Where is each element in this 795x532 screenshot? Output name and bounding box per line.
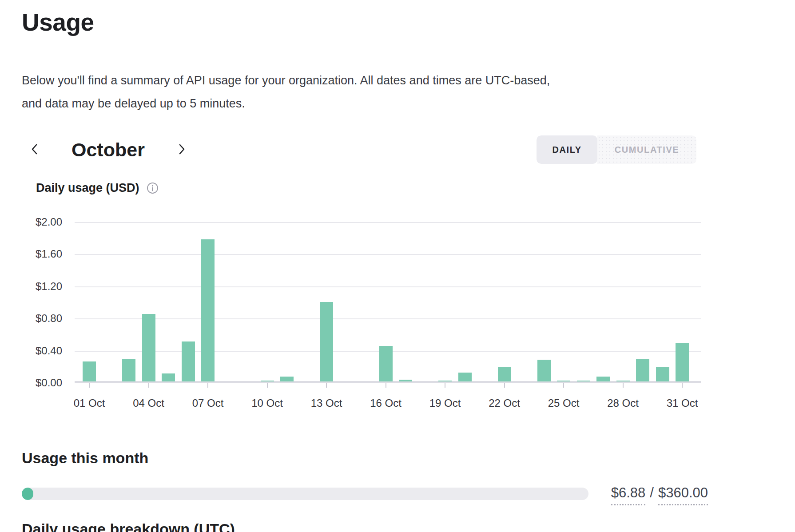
y-axis-label: $0.00 <box>36 377 62 389</box>
usage-separator: / <box>650 485 654 501</box>
daily-tab[interactable]: DAILY <box>537 135 597 164</box>
x-axis-label: 07 Oct <box>192 397 224 409</box>
x-axis-tick <box>267 383 268 388</box>
x-axis-tick <box>445 383 445 388</box>
chart-title: Daily usage (USD) <box>36 181 139 195</box>
bar-05-oct[interactable] <box>162 373 175 381</box>
month-nav-group: October <box>26 135 190 165</box>
bar-17-oct[interactable] <box>399 380 412 381</box>
chevron-left-icon <box>28 142 42 158</box>
bar-29-oct[interactable] <box>636 359 649 381</box>
bar-26-oct[interactable] <box>577 381 590 381</box>
bar-11-oct[interactable] <box>280 377 294 381</box>
cumulative-tab[interactable]: CUMULATIVE <box>597 135 696 164</box>
bar-19-oct[interactable] <box>438 381 452 381</box>
usage-page: Usage Below you'll find a summary of API… <box>0 0 795 532</box>
usage-progress-fill <box>22 488 33 500</box>
x-axis-tick <box>504 383 505 388</box>
x-axis-label: 10 Oct <box>251 397 283 409</box>
chart-header: Daily usage (USD) <box>36 181 159 195</box>
y-axis-label: $1.60 <box>36 248 62 260</box>
bar-06-oct[interactable] <box>182 341 195 382</box>
current-month-label: October <box>72 139 145 161</box>
gridline <box>75 254 701 255</box>
daily-breakdown-heading: Daily usage breakdown (UTC) <box>22 520 235 532</box>
page-description: Below you'll find a summary of API usage… <box>22 69 550 115</box>
y-axis-label: $1.20 <box>36 280 62 293</box>
x-axis-label: 13 Oct <box>311 397 342 409</box>
view-mode-toggle: DAILY CUMULATIVE <box>537 135 696 164</box>
next-month-button[interactable] <box>172 141 190 159</box>
x-axis-tick <box>326 383 327 388</box>
gridline <box>75 318 701 319</box>
x-axis-label: 22 Oct <box>489 397 520 409</box>
description-line-2: and data may be delayed up to 5 minutes. <box>22 92 550 115</box>
usage-this-month-heading: Usage this month <box>22 449 148 467</box>
x-axis-tick <box>682 383 683 388</box>
previous-month-button[interactable] <box>26 141 44 159</box>
content-area: Usage Below you'll find a summary of API… <box>22 0 708 532</box>
usage-progress-row: $6.88 / $360.00 <box>22 485 708 503</box>
gridline <box>75 222 701 223</box>
x-axis-tick <box>386 383 386 388</box>
bar-01-oct[interactable] <box>83 361 96 381</box>
bar-03-oct[interactable] <box>122 359 135 381</box>
bar-20-oct[interactable] <box>458 373 472 381</box>
bar-30-oct[interactable] <box>656 367 669 381</box>
x-axis-tick <box>207 383 208 388</box>
usage-used-value[interactable]: $6.88 <box>611 485 646 505</box>
y-axis-label: $0.80 <box>36 312 62 325</box>
bar-28-oct[interactable] <box>616 381 630 381</box>
y-axis-label: $2.00 <box>36 216 62 228</box>
description-line-1: Below you'll find a summary of API usage… <box>22 69 550 92</box>
x-axis-tick <box>563 383 564 388</box>
page-title: Usage <box>22 8 94 36</box>
bar-31-oct[interactable] <box>676 343 689 381</box>
chevron-right-icon <box>174 142 188 158</box>
x-axis-label: 28 Oct <box>607 397 639 409</box>
gridline <box>75 286 701 287</box>
usage-limit-value[interactable]: $360.00 <box>658 485 708 505</box>
bar-13-oct[interactable] <box>320 302 333 381</box>
chart-plot: $2.00$1.60$1.20$0.80$0.40$0.0001 Oct04 O… <box>75 222 701 383</box>
bar-27-oct[interactable] <box>596 377 610 381</box>
y-axis-label: $0.40 <box>36 345 62 357</box>
x-axis-tick <box>623 383 624 388</box>
x-axis-tick <box>89 383 90 388</box>
x-axis-label: 31 Oct <box>667 397 698 409</box>
month-navigation-row: October DAILY CUMULATIVE <box>22 135 708 165</box>
x-axis-label: 01 Oct <box>74 397 105 409</box>
x-axis-label: 04 Oct <box>133 397 164 409</box>
bar-10-oct[interactable] <box>261 381 274 381</box>
bar-07-oct[interactable] <box>201 239 215 381</box>
bar-22-oct[interactable] <box>498 367 511 381</box>
bar-25-oct[interactable] <box>557 381 570 381</box>
bar-04-oct[interactable] <box>142 314 155 381</box>
x-axis-tick <box>148 383 149 388</box>
usage-progress-track <box>22 488 588 500</box>
bar-16-oct[interactable] <box>379 346 393 381</box>
x-axis-label: 19 Oct <box>429 397 461 409</box>
x-axis-label: 25 Oct <box>548 397 580 409</box>
info-circle-icon[interactable] <box>147 182 159 194</box>
usage-amounts: $6.88 / $360.00 <box>611 485 708 505</box>
x-axis-label: 16 Oct <box>370 397 401 409</box>
bar-24-oct[interactable] <box>537 360 551 381</box>
